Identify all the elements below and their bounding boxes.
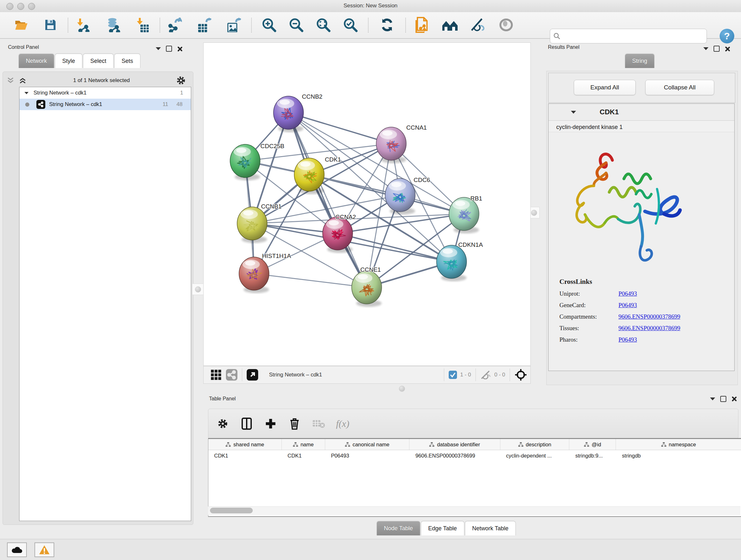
node-table[interactable]: shared namenamecanonical namedatabase id… — [208, 438, 741, 517]
export-table-icon[interactable] — [195, 16, 213, 34]
tab-node-table[interactable]: Node Table — [377, 521, 420, 536]
column-header-database-identifier[interactable]: database identifier — [409, 439, 500, 450]
save-session-icon[interactable] — [42, 16, 59, 34]
network-node-CCNE1[interactable]: CCNE1 — [352, 266, 382, 307]
show-columns-icon[interactable] — [242, 418, 252, 430]
expand-all-icon[interactable] — [18, 77, 27, 84]
column-header-description[interactable]: description — [500, 439, 569, 450]
column-header-canonical-name[interactable]: canonical name — [325, 439, 410, 450]
network-options-gear-icon[interactable] — [176, 76, 186, 85]
import-table-icon[interactable] — [134, 16, 152, 34]
table-cell[interactable]: cyclin-dependent ... — [500, 453, 569, 459]
import-database-icon[interactable] — [105, 16, 122, 34]
toolbar-separator — [68, 18, 68, 33]
refresh-icon[interactable] — [378, 16, 396, 34]
collection-expander-icon[interactable] — [24, 91, 29, 94]
network-node-HIST1H1A[interactable]: HIST1H1A — [239, 253, 291, 293]
tab-select[interactable]: Select — [83, 54, 114, 68]
crosslink-link[interactable]: P06493 — [618, 290, 637, 297]
network-node-CDC6[interactable]: CDC6 — [385, 177, 430, 214]
gene-expander-icon[interactable] — [571, 111, 576, 114]
network-node-CDK1[interactable]: CDK1 — [294, 156, 341, 194]
delete-column-icon[interactable] — [289, 418, 300, 430]
string-home-icon[interactable] — [441, 16, 459, 34]
crosslink-link[interactable]: P06493 — [618, 302, 637, 309]
birdseye-view-icon[interactable] — [247, 369, 258, 381]
results-panel-close-icon[interactable] — [725, 46, 730, 51]
table-cell[interactable]: 9606.ENSP00000378699 — [410, 453, 500, 459]
table-panel-float-icon[interactable] — [720, 396, 726, 402]
table-cell[interactable]: CDK1 — [282, 453, 325, 459]
table-panel-menu-icon[interactable] — [710, 397, 715, 400]
results-panel-float-icon[interactable] — [714, 46, 720, 52]
table-cell[interactable]: stringdb:9... — [569, 453, 616, 459]
network-collection-row[interactable]: String Network – cdk1 1 — [19, 87, 191, 99]
network-edge[interactable] — [254, 273, 367, 287]
table-row[interactable]: CDK1CDK1P064939606.ENSP00000378699cyclin… — [208, 450, 741, 461]
fit-selected-crosshair-icon[interactable] — [515, 368, 527, 381]
export-image-icon[interactable] — [225, 16, 243, 34]
network-row[interactable]: String Network – cdk1 11 48 — [19, 99, 191, 110]
collapse-all-button[interactable]: Collapse All — [645, 80, 714, 95]
cloud-button[interactable] — [7, 543, 27, 557]
column-header-shared-name[interactable]: shared name — [208, 439, 282, 450]
table-gear-icon[interactable] — [217, 418, 228, 429]
open-in-string-icon[interactable] — [412, 16, 430, 34]
export-network-icon[interactable] — [166, 16, 184, 34]
collapse-all-icon[interactable] — [6, 77, 15, 84]
string-network-view[interactable]: CCNB2CCNA1CDC25BCDK1CDC6RB1CCNB1CCNA2CDK… — [204, 43, 531, 366]
grid-view-icon[interactable] — [211, 369, 221, 380]
highlight-eye-icon[interactable] — [497, 16, 515, 34]
table-panel-close-icon[interactable] — [731, 396, 737, 401]
network-node-CCNB2[interactable]: CCNB2 — [273, 93, 322, 132]
network-node-CCNA2[interactable]: CCNA2 — [323, 213, 356, 253]
network-node-RB1[interactable]: RB1 — [449, 195, 482, 233]
zoom-fit-icon[interactable] — [314, 16, 332, 34]
tab-network[interactable]: Network — [18, 54, 54, 68]
network-edge[interactable] — [338, 233, 452, 262]
control-panel-float-icon[interactable] — [166, 46, 172, 52]
network-edge[interactable] — [288, 113, 391, 144]
column-header-name[interactable]: name — [282, 439, 325, 450]
zoom-out-icon[interactable] — [287, 16, 305, 34]
crosslink-link[interactable]: 9606.ENSP00000378699 — [618, 313, 680, 320]
table-cell[interactable]: stringdb — [616, 453, 741, 459]
gene-header-row[interactable]: CDK1 — [549, 104, 734, 121]
crosslink-link[interactable]: 9606.ENSP00000378699 — [618, 325, 680, 332]
network-canvas[interactable]: CCNB2CCNA1CDC25BCDK1CDC6RB1CCNB1CCNA2CDK… — [203, 43, 531, 366]
selected-checkbox-icon[interactable] — [449, 371, 457, 379]
bottom-splitter-handle[interactable] — [399, 386, 405, 392]
node-label: CCNA1 — [406, 124, 427, 131]
crosslink-link[interactable]: P06493 — [618, 336, 637, 343]
search-input[interactable] — [560, 33, 699, 40]
zoom-selected-icon[interactable] — [341, 16, 359, 34]
network-edge[interactable] — [288, 113, 367, 287]
left-splitter-handle[interactable] — [192, 284, 204, 295]
control-panel-close-icon[interactable] — [177, 46, 182, 51]
search-box[interactable] — [550, 29, 707, 44]
zoom-in-icon[interactable] — [260, 16, 278, 34]
tab-edge-table[interactable]: Edge Table — [421, 521, 464, 536]
import-network-icon[interactable] — [75, 16, 92, 34]
table-horizontal-scrollbar[interactable] — [208, 506, 740, 515]
network-node-CCNA1[interactable]: CCNA1 — [376, 124, 427, 163]
network-node-CDKN1A[interactable]: CDKN1A — [436, 241, 483, 281]
help-button[interactable]: ? — [720, 29, 734, 44]
network-share-view-icon[interactable] — [226, 369, 238, 381]
tab-style[interactable]: Style — [55, 54, 82, 68]
column-header-@id[interactable]: @id — [569, 439, 616, 450]
control-panel-menu-icon[interactable] — [156, 47, 161, 50]
add-column-icon[interactable] — [265, 418, 276, 429]
warnings-button[interactable] — [35, 543, 54, 557]
table-cell[interactable]: CDK1 — [208, 453, 282, 459]
table-cell[interactable]: P06493 — [325, 453, 409, 459]
results-panel-menu-icon[interactable] — [703, 47, 709, 50]
open-session-icon[interactable] — [13, 16, 30, 34]
column-header-namespace[interactable]: namespace — [616, 439, 741, 450]
tab-string[interactable]: String — [625, 54, 655, 68]
expand-all-button[interactable]: Expand All — [574, 80, 636, 95]
hide-glasses-icon[interactable] — [469, 16, 487, 34]
table-scrollbar-thumb[interactable] — [210, 508, 253, 513]
tab-network-table[interactable]: Network Table — [465, 521, 516, 536]
tab-sets[interactable]: Sets — [114, 54, 140, 68]
